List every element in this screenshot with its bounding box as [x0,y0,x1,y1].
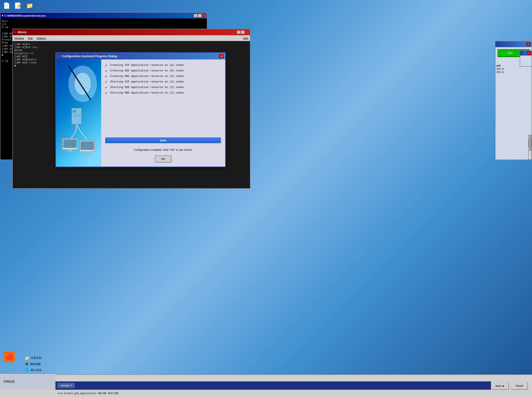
task-check-6: ✔ [105,91,108,95]
cmd-title-icon: ■ [2,14,3,17]
detail-label: 详细信息 [3,380,15,384]
right-panel-titlebar: ✕ [495,41,532,47]
network-label: 网上邻居 [31,368,41,372]
detail-panel[interactable]: 详细信息 [0,373,55,390]
config-titlebar[interactable]: ✕ Configuration Assistant Progress Dialo… [56,53,225,59]
goto-label: → 转到 [504,51,513,55]
folder-icon[interactable]: 📁 [25,1,34,10]
mini-window-titlebar: ✕ [520,51,532,56]
dtterm-title-text: dtterm [18,31,237,34]
folder-glyph: 📁 [25,356,29,360]
svg-rect-10 [66,151,74,152]
menu-edit[interactable]: Edit [28,37,32,40]
svg-rect-4 [72,110,76,112]
cmd-line: (C) [2,23,206,26]
adobe-icon[interactable]: 📄 [2,1,11,10]
svg-rect-5 [72,114,81,115]
app-icon-image: 🔴 [4,352,15,362]
cmd-titlebar[interactable]: ■ C:\WINDOWS\system32\cmd.exe _ □ ✕ [0,13,207,19]
task-check-3: ✔ [105,75,108,78]
menu-options[interactable]: Options [37,37,46,40]
task-check-5: ✔ [105,86,108,89]
svg-rect-8 [63,139,77,148]
taskbar-item-manager[interactable]: manager 3 [57,383,75,388]
dtterm-title-icon: ✕ [14,31,16,34]
shared-folder-icon[interactable]: 📁 共享文档 [25,356,41,360]
task-item-5: ✔ Starting GSD application resource on (… [105,86,221,89]
task-list: ✔ Creating VIP application resource on (… [105,64,221,135]
ok-button-label: OK [161,157,165,161]
cmd-line: C:\W [2,26,206,29]
right-panel-close-buttons: ✕ [526,43,530,46]
menu-window[interactable]: Window [14,37,24,40]
computer-glyph: 🖥 [25,362,28,366]
finish-label: Finish [516,384,523,388]
config-image [56,59,101,167]
network-icon[interactable]: 🌐 网上邻居 [25,368,41,372]
term-line: [u@h W]$su - [14,43,248,46]
task-item-6: ✔ Starting ONS application resource on (… [105,91,221,95]
progress-container: 100% [105,138,221,143]
task-text-2: Creating GSD application resource on (0)… [110,69,184,72]
cmd-close-btn[interactable]: ✕ [202,14,206,17]
dtterm-maximize-btn[interactable]: □ [241,31,245,34]
desktop-app-icon[interactable]: 🔴 [4,352,15,362]
next-label: Next ► [495,384,505,388]
scroll-down-arrow[interactable]: ▼ [528,148,532,151]
config-dialog: ✕ Configuration Assistant Progress Dialo… [55,52,226,167]
dtterm-close-btn[interactable]: ✕ [245,31,249,34]
task-item-3: ✔ Creating ONS application resource on (… [105,75,221,78]
scroll-thumb[interactable] [528,139,531,147]
right-panel-close-btn[interactable]: ✕ [526,43,530,46]
svg-rect-6 [72,116,81,117]
progress-label: 100% [160,139,166,142]
task-text-3: Creating ONS application resource on (0)… [110,75,184,78]
status-text: ora.aix214.gsd_application ONLINE OFFLIN… [58,392,118,395]
finish-button[interactable]: Finish [511,382,528,390]
scroll-up-arrow[interactable]: ▲ [528,135,532,138]
my-computer-icon[interactable]: 🖥 我的电脑 [25,362,41,366]
word-icon[interactable]: 📝 [13,1,23,10]
progress-bar-background: 100% [105,138,221,143]
task-item-1: ✔ Creating VIP application resource on (… [105,64,221,67]
svg-point-1 [75,73,91,95]
ok-btn-container: OK [105,155,221,162]
dtterm-titlebar[interactable]: ✕ dtterm _ □ ✕ [13,29,250,35]
term-line: Windo [14,49,248,52]
cmd-minimize-btn[interactable]: _ [194,14,197,17]
config-body: ✔ Creating VIP application resource on (… [56,59,225,167]
dtterm-menubar: Window Edit Options Help [13,35,250,41]
next-button[interactable]: Next ► [492,382,509,390]
shared-folder-label: 共享文档 [31,356,41,360]
taskbar-item-label: manager 3 [60,384,72,387]
config-close-btn[interactable]: ✕ [219,54,223,58]
mini-window: ✕ [520,50,532,67]
config-message: Configuration complete. Click "OK" to se… [105,148,221,151]
svg-rect-12 [81,141,94,150]
cmd-maximize-btn[interactable]: □ [198,14,202,17]
svg-rect-14 [84,153,91,154]
task-check-4: ✔ [105,80,108,84]
network-glyph: 🌐 [25,368,29,372]
progress-bar-fill: 100% [106,138,221,143]
dtterm-minimize-btn[interactable]: _ [237,31,241,34]
network-illustration [56,59,101,167]
goto-icon: → [500,52,503,55]
task-check-1: ✔ [105,64,108,67]
task-text-6: Starting ONS application resource on (2)… [110,91,184,94]
ok-button[interactable]: OK [155,155,171,162]
dtterm-window-buttons: _ □ ✕ [237,31,249,34]
task-text-1: Creating VIP application resource on (0)… [110,64,184,67]
cmd-line: Micr [2,20,206,23]
right-scrollbar: ▲ ▼ [528,135,532,160]
left-panel-icons: 📁 共享文档 🖥 我的电脑 🌐 网上邻居 [25,356,41,372]
task-text-4: Starting VIP application resource on (2)… [110,80,184,83]
config-dialog-title: Configuration Assistant Progress Dialog [62,55,219,58]
task-item-2: ✔ Creating GSD application resource on (… [105,69,221,73]
menu-help[interactable]: Help [243,37,248,40]
term-line: [u@h W]$cd /uo... [14,46,248,49]
mask-values-area: ask 255.0 255.0 [495,64,532,135]
mini-close-btn[interactable]: ✕ [527,51,531,55]
cmd-title-text: C:\WINDOWS\system32\cmd.exe [4,14,194,17]
mask-value-2: 255.0 [496,71,531,74]
